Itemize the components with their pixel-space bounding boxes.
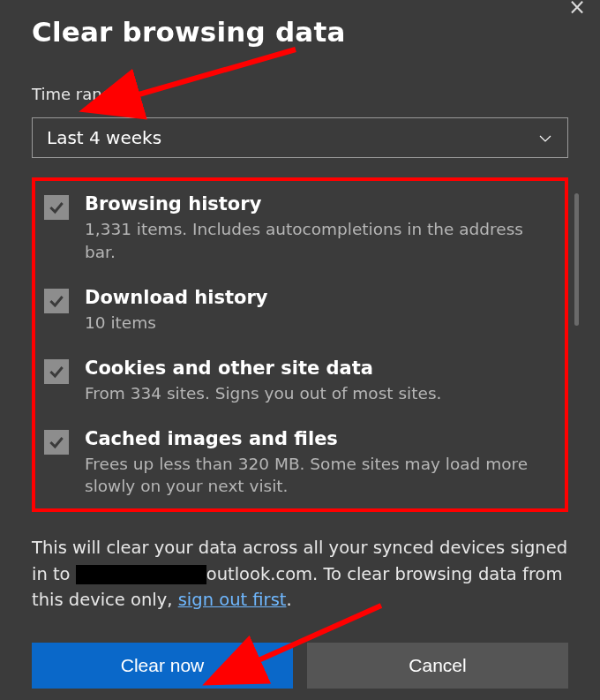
time-range-value: Last 4 weeks xyxy=(47,127,161,148)
scrollbar[interactable] xyxy=(574,193,579,326)
time-range-select[interactable]: Last 4 weeks xyxy=(32,117,568,158)
option-desc: From 334 sites. Signs you out of most si… xyxy=(85,382,556,405)
footer-email-domain: outlook.com xyxy=(206,564,312,584)
close-icon[interactable]: × xyxy=(568,0,586,19)
options-group-highlight: Browsing history 1,331 items. Includes a… xyxy=(32,177,568,512)
checkbox-download-history[interactable] xyxy=(44,289,69,313)
option-row: Download history 10 items xyxy=(44,287,556,335)
checkbox-browsing-history[interactable] xyxy=(44,195,69,220)
option-desc: 1,331 items. Includes autocompletions in… xyxy=(85,218,556,264)
footer-text: This will clear your data across all you… xyxy=(32,535,568,613)
checkbox-cached[interactable] xyxy=(44,430,69,455)
option-row: Cached images and files Frees up less th… xyxy=(44,428,556,499)
option-title: Download history xyxy=(85,287,556,308)
option-desc: Frees up less than 320 MB. Some sites ma… xyxy=(85,453,556,499)
cancel-button[interactable]: Cancel xyxy=(307,643,568,689)
clear-now-button[interactable]: Clear now xyxy=(32,643,293,689)
time-range-label: Time range xyxy=(32,85,568,103)
option-title: Cached images and files xyxy=(85,428,556,449)
option-row: Cookies and other site data From 334 sit… xyxy=(44,358,556,405)
option-title: Browsing history xyxy=(85,193,556,215)
dialog-title: Clear browsing data xyxy=(32,16,568,48)
redacted-email-local xyxy=(76,565,206,584)
option-desc: 10 items xyxy=(85,312,556,335)
sign-out-link[interactable]: sign out first xyxy=(178,590,287,610)
footer-period: . xyxy=(286,590,291,610)
option-title: Cookies and other site data xyxy=(85,358,556,379)
clear-browsing-data-dialog: × Clear browsing data Time range Last 4 … xyxy=(0,0,600,700)
checkbox-cookies[interactable] xyxy=(44,359,69,384)
chevron-down-icon xyxy=(537,130,553,146)
button-row: Clear now Cancel xyxy=(32,643,568,689)
option-row: Browsing history 1,331 items. Includes a… xyxy=(44,193,556,264)
